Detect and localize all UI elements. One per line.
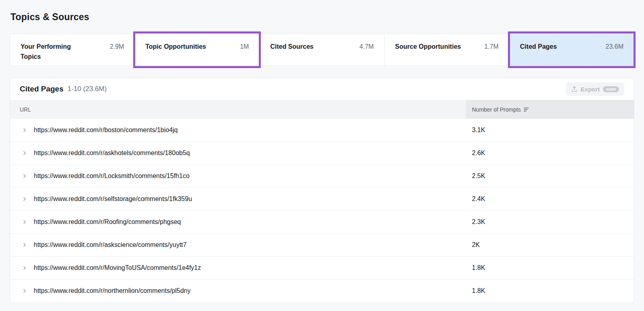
- table-header-row: URL Number of Prompts: [10, 100, 634, 119]
- card-header: Cited Pages 1-10 (23.6M) Export soon: [10, 78, 634, 100]
- tab-count: 23.6M: [601, 42, 623, 52]
- column-header-label: Number of Prompts: [472, 106, 521, 113]
- chevron-right-icon[interactable]: [20, 151, 29, 156]
- tab-bar: Your Performing Topics 2.9M Topic Opport…: [10, 33, 634, 66]
- table-row[interactable]: https://www.reddit.com/r/Locksmith/comme…: [10, 165, 634, 188]
- row-url-link[interactable]: https://www.reddit.com/r/askscience/comm…: [34, 241, 187, 249]
- sort-descending-icon[interactable]: [524, 107, 529, 112]
- row-url-link[interactable]: https://www.reddit.com/r/boston/comments…: [34, 126, 178, 134]
- tab-count: 2.9M: [105, 42, 124, 52]
- row-prompt-count: 1.8K: [466, 264, 634, 272]
- chevron-right-icon[interactable]: [20, 174, 29, 178]
- table-row[interactable]: https://www.reddit.com/r/boston/comments…: [10, 119, 634, 142]
- row-prompt-count: 2.3K: [466, 218, 634, 226]
- tab-count: 4.7M: [355, 42, 374, 52]
- card-title: Cited Pages: [20, 85, 64, 93]
- tab-count: 1.7M: [479, 42, 499, 52]
- export-label: Export: [581, 86, 600, 93]
- row-url-link[interactable]: https://www.reddit.com/r/northernlion/co…: [34, 287, 191, 294]
- row-prompt-count: 1.8K: [466, 287, 634, 294]
- tab-cited-sources[interactable]: Cited Sources 4.7M: [260, 34, 384, 66]
- row-url-link[interactable]: https://www.reddit.com/r/askhotels/comme…: [34, 149, 190, 157]
- row-url-link[interactable]: https://www.reddit.com/r/selfstorage/com…: [34, 195, 192, 203]
- table-row[interactable]: https://www.reddit.com/r/askhotels/comme…: [10, 142, 634, 165]
- chevron-right-icon[interactable]: [20, 128, 29, 133]
- row-prompt-count: 2.5K: [466, 172, 634, 180]
- row-url-link[interactable]: https://www.reddit.com/r/MovingToUSA/com…: [34, 264, 201, 272]
- table-row[interactable]: https://www.reddit.com/r/MovingToUSA/com…: [10, 257, 634, 280]
- chevron-right-icon[interactable]: [20, 243, 29, 247]
- soon-badge: soon: [603, 86, 619, 92]
- tab-label: Cited Pages: [520, 42, 557, 52]
- cited-pages-card: Cited Pages 1-10 (23.6M) Export soon URL…: [10, 78, 634, 303]
- table-row[interactable]: https://www.reddit.com/r/Roofing/comment…: [10, 211, 634, 234]
- row-prompt-count: 2.4K: [466, 195, 634, 203]
- page-title: Topics & Sources: [10, 0, 634, 33]
- row-url-link[interactable]: https://www.reddit.com/r/Roofing/comment…: [34, 218, 181, 226]
- chevron-right-icon[interactable]: [20, 220, 29, 224]
- table-row[interactable]: https://www.reddit.com/r/selfstorage/com…: [10, 188, 634, 211]
- row-url-link[interactable]: https://www.reddit.com/r/Locksmith/comme…: [34, 172, 190, 180]
- column-header-number-of-prompts[interactable]: Number of Prompts: [466, 100, 634, 119]
- tab-source-opportunities[interactable]: Source Opportunities 1.7M: [385, 34, 510, 66]
- chevron-right-icon[interactable]: [20, 197, 29, 201]
- table-row[interactable]: https://www.reddit.com/r/northernlion/co…: [10, 280, 634, 303]
- chevron-right-icon[interactable]: [20, 288, 29, 293]
- tab-count: 1M: [235, 42, 249, 52]
- topics-sources-page: Topics & Sources Your Performing Topics …: [0, 0, 644, 303]
- row-prompt-count: 2K: [466, 241, 634, 249]
- tab-label: Source Opportunities: [395, 42, 461, 52]
- tab-label: Topic Opportunities: [145, 42, 206, 52]
- table-row[interactable]: https://www.reddit.com/r/askscience/comm…: [10, 234, 634, 257]
- column-header-url: URL: [10, 100, 466, 119]
- tab-topic-opportunities[interactable]: Topic Opportunities 1M: [135, 34, 260, 66]
- chevron-right-icon[interactable]: [20, 265, 29, 270]
- export-button[interactable]: Export soon: [566, 82, 624, 96]
- results-range: 1-10 (23.6M): [68, 85, 107, 93]
- tab-cited-pages[interactable]: Cited Pages 23.6M: [510, 34, 634, 66]
- tab-label: Cited Sources: [270, 42, 314, 52]
- tab-your-performing-topics[interactable]: Your Performing Topics 2.9M: [10, 34, 135, 66]
- row-prompt-count: 3.1K: [466, 126, 634, 134]
- row-prompt-count: 2.6K: [466, 149, 634, 157]
- tab-label: Your Performing Topics: [21, 42, 81, 62]
- export-icon: [571, 86, 578, 92]
